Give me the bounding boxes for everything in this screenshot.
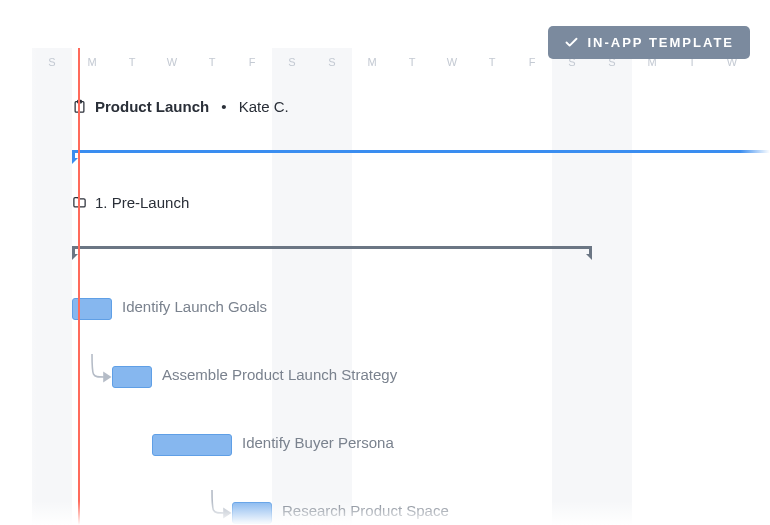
- day-letter: S: [312, 48, 352, 78]
- task-label: Research Product Space: [282, 502, 449, 519]
- group-span-bracket[interactable]: [72, 246, 592, 254]
- day-letter: T: [392, 48, 432, 78]
- check-icon: [564, 35, 579, 50]
- task-row: Identify Buyer Persona: [32, 428, 770, 462]
- project-title-row[interactable]: Product Launch • Kate C.: [72, 98, 289, 115]
- task-label: Assemble Product Launch Strategy: [162, 366, 397, 383]
- project-owner: Kate C.: [239, 98, 289, 115]
- gantt-rows: Product Launch • Kate C. 1. Pre-LaunchId…: [32, 98, 770, 488]
- task-bar[interactable]: [152, 434, 232, 456]
- day-letter: M: [352, 48, 392, 78]
- dependency-arrow: [32, 360, 33, 361]
- today-marker: [78, 48, 80, 525]
- task-row: Identify Launch Goals: [32, 292, 770, 326]
- day-letter: W: [432, 48, 472, 78]
- day-letter: F: [512, 48, 552, 78]
- gantt-stage: SMTWTFSSMTWTFSSMTW Product Launch • Kate…: [32, 48, 770, 525]
- day-letter: F: [232, 48, 272, 78]
- task-label: Identify Buyer Persona: [242, 434, 394, 451]
- task-row: Research Product Space: [32, 496, 770, 525]
- task-bar[interactable]: [232, 502, 272, 524]
- day-letter: S: [272, 48, 312, 78]
- day-letter: T: [112, 48, 152, 78]
- task-bar[interactable]: [112, 366, 152, 388]
- project-span-bracket[interactable]: [72, 150, 770, 158]
- in-app-template-badge: IN-APP TEMPLATE: [548, 26, 750, 59]
- group-title-row[interactable]: 1. Pre-Launch: [72, 194, 189, 211]
- project-title: Product Launch: [95, 98, 209, 115]
- day-letter: W: [152, 48, 192, 78]
- day-letter: T: [472, 48, 512, 78]
- badge-label: IN-APP TEMPLATE: [587, 35, 734, 50]
- dependency-arrow: [32, 496, 33, 497]
- day-letter: T: [192, 48, 232, 78]
- task-label: Identify Launch Goals: [122, 298, 267, 315]
- group-title: 1. Pre-Launch: [95, 194, 189, 211]
- task-row: Assemble Product Launch Strategy: [32, 360, 770, 394]
- title-separator: •: [217, 98, 231, 115]
- day-letter: S: [32, 48, 72, 78]
